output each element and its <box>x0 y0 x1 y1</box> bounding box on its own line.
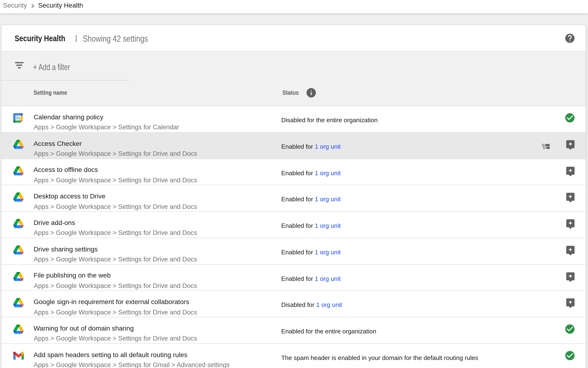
svg-text:31: 31 <box>16 116 20 120</box>
